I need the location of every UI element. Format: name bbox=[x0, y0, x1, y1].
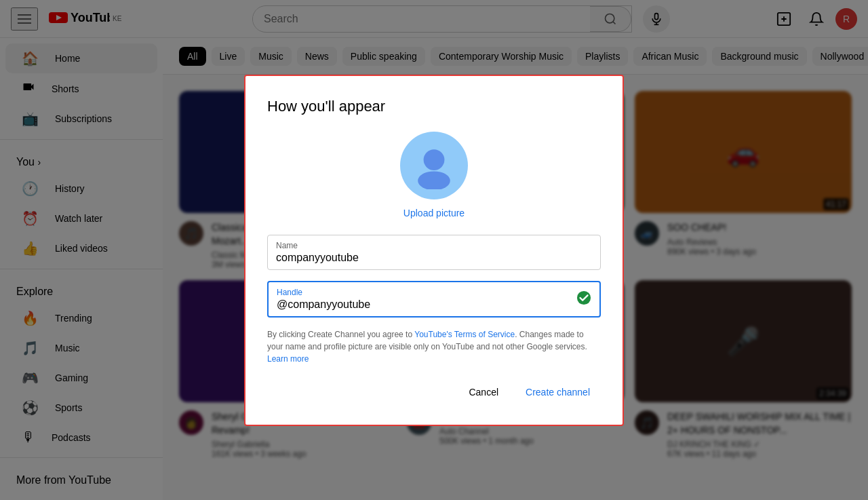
handle-field-wrapper: Handle bbox=[267, 281, 601, 318]
modal-title: How you'll appear bbox=[267, 98, 601, 115]
svg-point-10 bbox=[577, 290, 591, 304]
terms-link[interactable]: YouTube's Terms of Service bbox=[414, 330, 515, 339]
handle-field: Handle bbox=[267, 281, 601, 318]
modal-notice: By clicking Create Channel you agree to … bbox=[267, 328, 601, 365]
svg-point-9 bbox=[418, 171, 450, 189]
name-input[interactable] bbox=[276, 252, 592, 264]
modal-avatar bbox=[400, 132, 468, 199]
create-channel-button[interactable]: Create channel bbox=[515, 381, 601, 403]
upload-picture-link[interactable]: Upload picture bbox=[403, 208, 465, 218]
handle-label: Handle bbox=[277, 288, 591, 297]
how-you-appear-modal: How you'll appear Upload picture Name Ha… bbox=[244, 75, 624, 426]
handle-input[interactable] bbox=[277, 299, 591, 311]
cancel-button[interactable]: Cancel bbox=[458, 381, 509, 403]
handle-check-icon bbox=[576, 290, 591, 308]
name-label: Name bbox=[276, 241, 592, 250]
modal-avatar-section: Upload picture bbox=[267, 132, 601, 218]
learn-more-link[interactable]: Learn more bbox=[267, 354, 309, 364]
modal-actions: Cancel Create channel bbox=[267, 381, 601, 403]
modal-backdrop: How you'll appear Upload picture Name Ha… bbox=[0, 0, 868, 475]
default-avatar-svg bbox=[410, 142, 458, 189]
name-field-wrapper: Name bbox=[267, 235, 601, 270]
svg-point-8 bbox=[424, 149, 445, 170]
name-field: Name bbox=[267, 235, 601, 270]
